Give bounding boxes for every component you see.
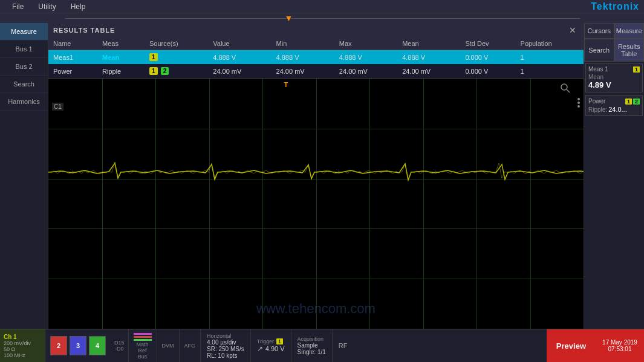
sidebar-item-harmonics[interactable]: Harmonics [0, 93, 48, 111]
meas1-panel: Meas 1 1 Mean 4.89 V [585, 63, 643, 92]
cell-meas1-pop: 1 [516, 50, 584, 65]
main-layout: Measure Bus 1 Bus 2 Search Harmonics RES… [0, 23, 644, 329]
horizontal-sr: SR: 250 MS/s [207, 346, 244, 352]
date-value: 17 May 2019 [600, 339, 639, 346]
trigger-title: Trigger [257, 338, 274, 344]
left-sidebar: Measure Bus 1 Bus 2 Search Harmonics [0, 23, 48, 329]
ch1-info[interactable]: Ch 1 200 mV/div 50 Ω 100 MHz [0, 329, 45, 362]
ch1-title: Ch 1 [4, 334, 41, 340]
results-table-title: RESULTS TABLE [53, 27, 115, 34]
cell-power-max: 24.00 mV [334, 64, 397, 78]
svg-line-1 [567, 89, 570, 92]
horizontal-info[interactable]: Horizontal 4.00 µs/div SR: 250 MS/s RL: … [200, 329, 250, 362]
menu-help[interactable]: Help [63, 1, 93, 12]
sidebar-item-measure[interactable]: Measure [0, 23, 48, 40]
col-mean: Mean [397, 37, 460, 50]
acquisition-info[interactable]: Acquisition Sample Single: 1/1 [291, 329, 332, 362]
cell-power-min: 24.00 mV [272, 64, 334, 78]
ch1-div: 200 mV/div [4, 340, 41, 346]
search-button[interactable]: Search [584, 39, 614, 62]
table-row[interactable]: Meas1 Mean 1 4.888 V 4.888 V 4.888 V 4.8… [48, 50, 584, 65]
col-min: Min [272, 37, 334, 50]
bottom-bar: Ch 1 200 mV/div 50 Ω 100 MHz 2 3 4 D15 -… [0, 329, 644, 362]
trigger-t-marker: T [284, 81, 288, 88]
center-content: RESULTS TABLE ✕ Name Meas Source(s) Valu… [48, 23, 584, 329]
cell-meas1-name: Meas1 [48, 50, 97, 65]
scope-screen: T C1 www.tehencom.com [48, 79, 584, 329]
close-button[interactable]: ✕ [567, 25, 579, 35]
trigger-arrow: ↗ [257, 344, 263, 353]
time-value: 07:53:01 [600, 346, 639, 352]
scope-search-icon[interactable] [559, 82, 571, 94]
sidebar-item-bus1[interactable]: Bus 1 [0, 40, 48, 58]
col-meas: Meas [97, 37, 145, 50]
svg-point-0 [561, 84, 567, 90]
power-label: Power [588, 98, 605, 105]
cell-power-meas: Ripple [97, 64, 145, 78]
scope-options-dots[interactable] [577, 97, 580, 109]
channel-4-button[interactable]: 4 [89, 336, 106, 355]
sidebar-item-bus2[interactable]: Bus 2 [0, 58, 48, 76]
channel-3-button[interactable]: 3 [70, 336, 86, 355]
results-panel: RESULTS TABLE ✕ Name Meas Source(s) Valu… [48, 23, 584, 79]
trigger-level: 4.90 V [265, 345, 285, 352]
afg-button[interactable]: AFG [179, 329, 201, 362]
meas1-badge: 1 [633, 66, 640, 73]
preview-button[interactable]: Preview [547, 329, 596, 362]
channel-buttons: 2 3 4 [45, 329, 111, 362]
power-badge1: 1 [625, 99, 632, 105]
horizontal-title: Horizontal [207, 333, 244, 339]
results-title-bar: RESULTS TABLE ✕ [48, 23, 584, 37]
right-sidebar: Cursors Measure Search ResultsTable Meas… [584, 23, 644, 329]
trigger-marker-bar: ▼ [0, 13, 644, 23]
power-badge2: 2 [633, 99, 640, 105]
measure-button[interactable]: Measure [614, 23, 645, 39]
d15-indicator[interactable]: D15 -D0 [111, 329, 128, 362]
cell-meas1-stddev: 0.000 V [460, 50, 515, 65]
results-table: Name Meas Source(s) Value Min Max Mean S… [48, 37, 584, 78]
col-source: Source(s) [145, 37, 208, 50]
cell-power-source: 1 2 [145, 64, 208, 78]
col-max: Max [334, 37, 397, 50]
c1-channel-label: C1 [52, 103, 63, 111]
meas1-type: Mean [588, 74, 640, 80]
power-value: 24.0... [608, 106, 627, 113]
col-stddev: Std Dev [460, 37, 515, 50]
menu-utility[interactable]: Utility [31, 1, 63, 12]
acquisition-title: Acquisition [298, 336, 326, 342]
cursors-button[interactable]: Cursors [584, 23, 614, 39]
meas1-label: Meas 1 [588, 66, 608, 73]
trigger-badge: 1 [276, 338, 283, 344]
acquisition-single: Single: 1/1 [298, 349, 326, 355]
cell-meas1-mean: 4.888 V [397, 50, 460, 65]
trigger-position-arrow[interactable]: ▼ [285, 13, 293, 23]
cell-meas1-source: 1 [145, 50, 208, 65]
cell-meas1-max: 4.888 V [334, 50, 397, 65]
ch1-freq: 100 MHz [4, 352, 41, 358]
dvm-button[interactable]: DVM [157, 329, 179, 362]
menu-file[interactable]: File [5, 1, 31, 12]
meas1-value: 4.89 V [588, 80, 640, 89]
app-logo: Tektronix [591, 1, 639, 12]
ch1-ohm: 50 Ω [4, 346, 41, 352]
cell-power-name: Power [48, 64, 97, 78]
results-table-button[interactable]: ResultsTable [614, 39, 645, 62]
cell-meas1-min: 4.888 V [272, 50, 334, 65]
col-value: Value [208, 37, 271, 50]
acquisition-type: Sample [298, 342, 326, 349]
cell-power-stddev: 0.000 V [460, 64, 515, 78]
horizontal-rl: RL: 10 kpts [207, 352, 244, 359]
cell-power-mean: 24.00 mV [397, 64, 460, 78]
waveform-svg [48, 79, 584, 329]
col-name: Name [48, 37, 97, 50]
power-panel: Power 1 2 Ripple: 24.0... [585, 95, 643, 116]
datetime-display: 17 May 2019 07:53:01 [596, 329, 644, 362]
trigger-info[interactable]: Trigger 1 ↗ 4.90 V [250, 329, 291, 362]
rf-button[interactable]: RF [332, 329, 354, 362]
table-row[interactable]: Power Ripple 1 2 24.00 mV 24.00 mV 24.00… [48, 64, 584, 78]
trigger-line [65, 18, 580, 19]
power-type: Ripple: [588, 106, 607, 113]
math-ref-bus-indicator[interactable]: Math Ref Bus [128, 329, 157, 362]
channel-2-button[interactable]: 2 [50, 336, 67, 355]
sidebar-item-search[interactable]: Search [0, 76, 48, 93]
